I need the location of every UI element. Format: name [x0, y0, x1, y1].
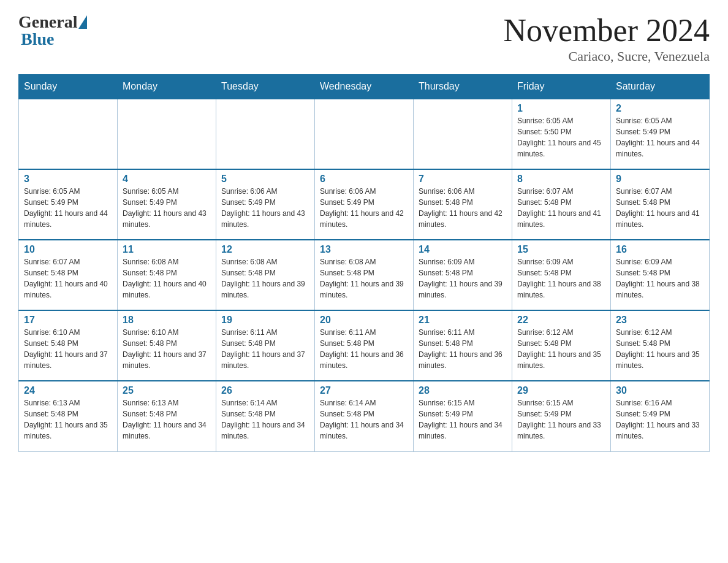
day-info: Sunrise: 6:13 AM Sunset: 5:48 PM Dayligh…: [24, 397, 112, 442]
calendar-cell: 21Sunrise: 6:11 AM Sunset: 5:48 PM Dayli…: [414, 310, 512, 381]
header-day-thursday: Thursday: [414, 75, 512, 99]
day-info: Sunrise: 6:13 AM Sunset: 5:48 PM Dayligh…: [123, 397, 211, 442]
week-row-3: 10Sunrise: 6:07 AM Sunset: 5:48 PM Dayli…: [19, 240, 710, 310]
day-number: 11: [123, 244, 211, 255]
day-info: Sunrise: 6:16 AM Sunset: 5:49 PM Dayligh…: [616, 397, 704, 442]
calendar-cell: 16Sunrise: 6:09 AM Sunset: 5:48 PM Dayli…: [611, 240, 710, 310]
day-info: Sunrise: 6:09 AM Sunset: 5:48 PM Dayligh…: [419, 256, 507, 301]
week-row-2: 3Sunrise: 6:05 AM Sunset: 5:49 PM Daylig…: [19, 169, 710, 240]
day-number: 14: [419, 244, 507, 255]
day-number: 4: [123, 174, 211, 185]
day-number: 2: [616, 103, 704, 114]
calendar-cell: 13Sunrise: 6:08 AM Sunset: 5:48 PM Dayli…: [315, 240, 414, 310]
day-number: 9: [616, 174, 704, 185]
calendar-cell: [315, 99, 414, 169]
day-info: Sunrise: 6:06 AM Sunset: 5:48 PM Dayligh…: [419, 186, 507, 230]
title-area: November 2024 Cariaco, Sucre, Venezuela: [504, 12, 710, 64]
day-info: Sunrise: 6:05 AM Sunset: 5:49 PM Dayligh…: [123, 186, 211, 230]
day-number: 20: [320, 315, 408, 326]
day-number: 30: [616, 385, 704, 396]
header-day-monday: Monday: [118, 75, 216, 99]
day-number: 18: [123, 315, 211, 326]
calendar-cell: 9Sunrise: 6:07 AM Sunset: 5:48 PM Daylig…: [611, 169, 710, 240]
calendar-cell: [19, 99, 118, 169]
day-number: 28: [419, 385, 507, 396]
day-number: 1: [517, 103, 605, 114]
day-info: Sunrise: 6:10 AM Sunset: 5:48 PM Dayligh…: [123, 327, 211, 371]
calendar-cell: 18Sunrise: 6:10 AM Sunset: 5:48 PM Dayli…: [118, 310, 216, 381]
day-number: 16: [616, 244, 704, 255]
day-info: Sunrise: 6:07 AM Sunset: 5:48 PM Dayligh…: [616, 186, 704, 230]
calendar-cell: 6Sunrise: 6:06 AM Sunset: 5:49 PM Daylig…: [315, 169, 414, 240]
header-day-tuesday: Tuesday: [216, 75, 315, 99]
day-info: Sunrise: 6:12 AM Sunset: 5:48 PM Dayligh…: [517, 327, 605, 371]
day-info: Sunrise: 6:11 AM Sunset: 5:48 PM Dayligh…: [320, 327, 408, 371]
day-number: 8: [517, 174, 605, 185]
day-info: Sunrise: 6:11 AM Sunset: 5:48 PM Dayligh…: [221, 327, 309, 371]
calendar-cell: 27Sunrise: 6:14 AM Sunset: 5:48 PM Dayli…: [315, 381, 414, 451]
calendar-cell: 26Sunrise: 6:14 AM Sunset: 5:48 PM Dayli…: [216, 381, 315, 451]
day-info: Sunrise: 6:05 AM Sunset: 5:50 PM Dayligh…: [517, 115, 605, 159]
calendar-cell: 12Sunrise: 6:08 AM Sunset: 5:48 PM Dayli…: [216, 240, 315, 310]
calendar-cell: 22Sunrise: 6:12 AM Sunset: 5:48 PM Dayli…: [512, 310, 611, 381]
calendar-cell: 11Sunrise: 6:08 AM Sunset: 5:48 PM Dayli…: [118, 240, 216, 310]
calendar-table: SundayMondayTuesdayWednesdayThursdayFrid…: [18, 74, 710, 452]
calendar-cell: 24Sunrise: 6:13 AM Sunset: 5:48 PM Dayli…: [19, 381, 118, 451]
calendar-cell: 14Sunrise: 6:09 AM Sunset: 5:48 PM Dayli…: [414, 240, 512, 310]
calendar-cell: 20Sunrise: 6:11 AM Sunset: 5:48 PM Dayli…: [315, 310, 414, 381]
day-info: Sunrise: 6:15 AM Sunset: 5:49 PM Dayligh…: [517, 397, 605, 442]
day-number: 23: [616, 315, 704, 326]
day-info: Sunrise: 6:09 AM Sunset: 5:48 PM Dayligh…: [616, 256, 704, 301]
calendar-cell: 17Sunrise: 6:10 AM Sunset: 5:48 PM Dayli…: [19, 310, 118, 381]
day-info: Sunrise: 6:09 AM Sunset: 5:48 PM Dayligh…: [517, 256, 605, 301]
calendar-cell: [216, 99, 315, 169]
header-day-saturday: Saturday: [611, 75, 710, 99]
calendar-cell: 25Sunrise: 6:13 AM Sunset: 5:48 PM Dayli…: [118, 381, 216, 451]
day-info: Sunrise: 6:08 AM Sunset: 5:48 PM Dayligh…: [221, 256, 309, 301]
calendar-body: 1Sunrise: 6:05 AM Sunset: 5:50 PM Daylig…: [19, 99, 710, 451]
week-row-5: 24Sunrise: 6:13 AM Sunset: 5:48 PM Dayli…: [19, 381, 710, 451]
calendar-cell: [118, 99, 216, 169]
header-day-friday: Friday: [512, 75, 611, 99]
day-number: 19: [221, 315, 309, 326]
day-number: 17: [24, 315, 112, 326]
day-number: 21: [419, 315, 507, 326]
day-number: 12: [221, 244, 309, 255]
day-number: 6: [320, 174, 408, 185]
calendar-cell: 19Sunrise: 6:11 AM Sunset: 5:48 PM Dayli…: [216, 310, 315, 381]
header-day-sunday: Sunday: [19, 75, 118, 99]
calendar-cell: 4Sunrise: 6:05 AM Sunset: 5:49 PM Daylig…: [118, 169, 216, 240]
calendar-cell: 7Sunrise: 6:06 AM Sunset: 5:48 PM Daylig…: [414, 169, 512, 240]
day-info: Sunrise: 6:08 AM Sunset: 5:48 PM Dayligh…: [123, 256, 211, 301]
day-info: Sunrise: 6:14 AM Sunset: 5:48 PM Dayligh…: [320, 397, 408, 442]
calendar-cell: 2Sunrise: 6:05 AM Sunset: 5:49 PM Daylig…: [611, 99, 710, 169]
day-info: Sunrise: 6:06 AM Sunset: 5:49 PM Dayligh…: [221, 186, 309, 230]
location: Cariaco, Sucre, Venezuela: [504, 48, 710, 64]
logo-blue-text: Blue: [18, 29, 54, 49]
week-row-4: 17Sunrise: 6:10 AM Sunset: 5:48 PM Dayli…: [19, 310, 710, 381]
week-row-1: 1Sunrise: 6:05 AM Sunset: 5:50 PM Daylig…: [19, 99, 710, 169]
day-number: 3: [24, 174, 112, 185]
calendar-cell: 1Sunrise: 6:05 AM Sunset: 5:50 PM Daylig…: [512, 99, 611, 169]
day-number: 24: [24, 385, 112, 396]
day-info: Sunrise: 6:11 AM Sunset: 5:48 PM Dayligh…: [419, 327, 507, 371]
day-number: 29: [517, 385, 605, 396]
day-number: 15: [517, 244, 605, 255]
day-info: Sunrise: 6:06 AM Sunset: 5:49 PM Dayligh…: [320, 186, 408, 230]
day-info: Sunrise: 6:07 AM Sunset: 5:48 PM Dayligh…: [24, 256, 112, 301]
calendar-header: SundayMondayTuesdayWednesdayThursdayFrid…: [19, 75, 710, 99]
day-number: 10: [24, 244, 112, 255]
calendar-cell: [414, 99, 512, 169]
calendar-cell: 10Sunrise: 6:07 AM Sunset: 5:48 PM Dayli…: [19, 240, 118, 310]
calendar-cell: 5Sunrise: 6:06 AM Sunset: 5:49 PM Daylig…: [216, 169, 315, 240]
month-title: November 2024: [504, 12, 710, 48]
day-number: 27: [320, 385, 408, 396]
day-number: 26: [221, 385, 309, 396]
day-info: Sunrise: 6:12 AM Sunset: 5:48 PM Dayligh…: [616, 327, 704, 371]
day-info: Sunrise: 6:08 AM Sunset: 5:48 PM Dayligh…: [320, 256, 408, 301]
page-header: General Blue November 2024 Cariaco, Sucr…: [18, 12, 710, 64]
logo-triangle-icon: [78, 15, 87, 29]
day-info: Sunrise: 6:07 AM Sunset: 5:48 PM Dayligh…: [517, 186, 605, 230]
day-info: Sunrise: 6:14 AM Sunset: 5:48 PM Dayligh…: [221, 397, 309, 442]
calendar-cell: 28Sunrise: 6:15 AM Sunset: 5:49 PM Dayli…: [414, 381, 512, 451]
